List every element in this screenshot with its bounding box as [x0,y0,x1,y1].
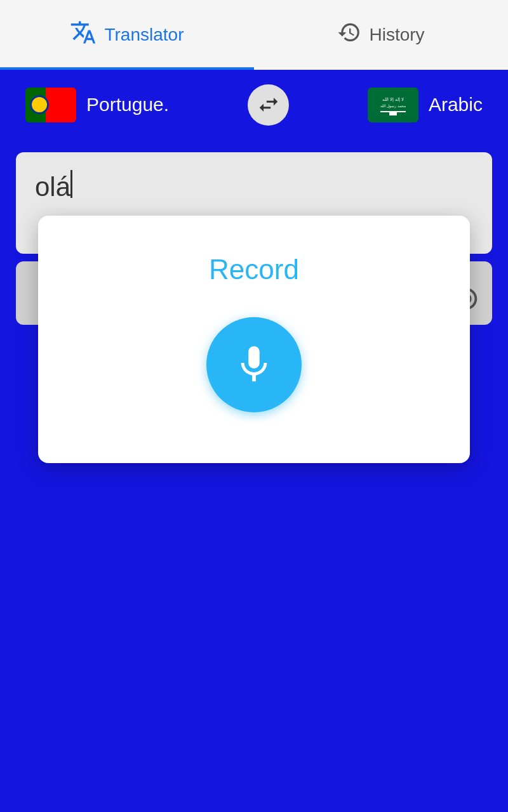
record-modal: Record [38,216,470,463]
tab-history-label: History [369,25,424,45]
tab-bar: Translator History [0,0,508,70]
target-language-label: Arabic [429,94,483,115]
target-language-selector[interactable]: لا إله إلا الله محمد رسول الله Arabic [368,88,483,122]
main-area: olá Record [0,140,508,337]
target-flag: لا إله إلا الله محمد رسول الله [368,88,418,122]
microphone-button[interactable] [206,317,302,412]
source-language-label: Portugue. [86,94,169,115]
source-language-selector[interactable]: Portugue. [25,88,169,122]
translate-icon [70,19,97,51]
source-flag [25,88,76,122]
record-title: Record [209,254,299,285]
record-modal-overlay: Record [0,140,508,337]
tab-history[interactable]: History [254,0,508,70]
swap-languages-button[interactable] [248,84,289,126]
tab-translator-label: Translator [104,25,184,45]
svg-text:محمد رسول الله: محمد رسول الله [380,104,406,108]
language-bar: Portugue. لا إله إلا الله محمد رسول الله… [0,70,508,140]
history-icon [337,20,361,50]
tab-translator[interactable]: Translator [0,0,254,70]
svg-rect-4 [389,112,397,115]
svg-text:لا إله إلا الله: لا إله إلا الله [382,97,404,102]
